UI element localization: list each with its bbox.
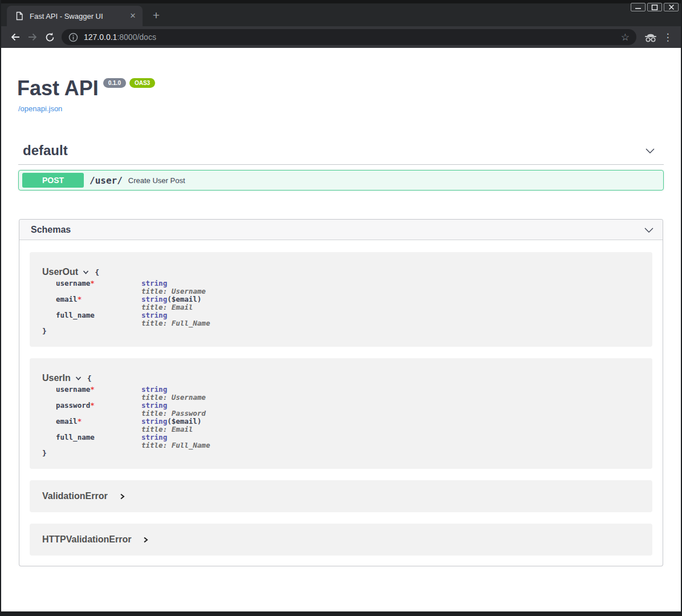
minimize-button[interactable] [631, 3, 646, 11]
chevron-down-icon [75, 375, 82, 382]
required-asterisk: * [90, 385, 95, 394]
new-tab-button[interactable]: + [148, 8, 164, 24]
operation-summary: Create User Post [128, 176, 185, 185]
window-top-edge [1, 0, 681, 3]
operation-path: /user/ [90, 175, 123, 186]
reload-icon [44, 32, 55, 43]
browser-toolbar: 127.0.0.1:8000/docs ☆ ⋮ [1, 26, 681, 48]
model-validationerror-toggle[interactable]: ValidationError [42, 491, 640, 501]
model-properties: username* string title: Username email* … [56, 279, 640, 327]
chevron-down-icon [644, 145, 656, 156]
oas3-badge: OAS3 [129, 78, 155, 88]
window-controls [631, 3, 679, 11]
browser-menu-icon[interactable]: ⋮ [660, 31, 675, 43]
url-text[interactable]: 127.0.0.1:8000/docs [84, 33, 621, 42]
model-httpvalidationerror-toggle[interactable]: HTTPValidationError [42, 534, 640, 545]
property-title: title: Email [141, 303, 201, 311]
property-row: email* string($email) title: Email [56, 295, 640, 311]
property-title: title: Full_Name [141, 319, 210, 327]
api-info: Fast API0.1.0OAS3 /openapi.json [1, 48, 681, 113]
schemas-body: UserOut { username* string title: Userna… [19, 240, 663, 556]
property-name: email [56, 417, 78, 425]
window-bottom-edge [1, 611, 681, 616]
required-asterisk: * [90, 279, 95, 287]
property-row: email* string($email) title: Email [56, 418, 640, 433]
model-userout: UserOut { username* string title: Userna… [30, 252, 652, 347]
close-brace: } [42, 449, 640, 457]
required-asterisk: * [90, 401, 95, 410]
property-name: email [56, 295, 78, 303]
url-host: 127.0.0.1 [84, 33, 117, 42]
model-httpvalidationerror: HTTPValidationError [30, 524, 652, 556]
method-post-button[interactable]: POST [22, 173, 84, 188]
model-name: HTTPValidationError [42, 534, 131, 545]
property-type-format: ($email) [167, 295, 201, 303]
required-asterisk: * [78, 295, 82, 303]
open-brace: { [87, 374, 92, 383]
close-window-button[interactable] [664, 3, 679, 11]
tab-strip: Fast API - Swagger UI ✕ + [1, 0, 681, 26]
model-name: UserIn [42, 373, 71, 383]
property-type: string [141, 401, 167, 410]
property-name: full_name [56, 433, 95, 441]
maximize-button[interactable] [647, 3, 662, 11]
address-bar[interactable]: 127.0.0.1:8000/docs ☆ [62, 29, 636, 45]
api-title: Fast API [17, 76, 99, 100]
property-type: string [141, 279, 167, 287]
reload-button[interactable] [41, 29, 58, 46]
chevron-right-icon [119, 493, 125, 500]
browser-tab[interactable]: Fast API - Swagger UI ✕ [7, 6, 143, 26]
property-type-format: ($email) [167, 417, 201, 425]
property-name: password [56, 401, 90, 410]
opblock-post-user[interactable]: POST /user/ Create User Post [18, 170, 664, 191]
browser-window: Fast API - Swagger UI ✕ + [0, 0, 682, 616]
property-name: username [56, 279, 90, 287]
minimize-icon [635, 5, 642, 10]
property-title: title: Full_Name [141, 441, 210, 449]
open-brace: { [95, 268, 99, 277]
property-type: string [141, 417, 167, 425]
forward-button[interactable] [24, 29, 41, 46]
bookmark-star-icon[interactable]: ☆ [621, 31, 630, 43]
model-validationerror: ValidationError [30, 480, 652, 512]
property-title: title: Email [141, 425, 201, 433]
chevron-right-icon [143, 536, 149, 544]
property-type: string [141, 295, 167, 303]
property-name: full_name [56, 311, 95, 319]
model-userin-toggle[interactable]: UserIn { [42, 373, 640, 383]
property-name: username [56, 385, 90, 394]
version-badge: 0.1.0 [103, 78, 126, 88]
property-row: username* string title: Username [56, 386, 640, 402]
property-row: password* string title: Password [56, 402, 640, 418]
back-icon [10, 31, 21, 43]
tab-close-icon[interactable]: ✕ [128, 11, 138, 21]
required-asterisk: * [78, 417, 82, 425]
model-userout-toggle[interactable]: UserOut { [42, 267, 640, 277]
incognito-icon [641, 32, 660, 42]
model-name: ValidationError [42, 491, 108, 501]
page-favicon-document-icon [15, 11, 24, 21]
property-type: string [141, 311, 167, 319]
swagger-page: Fast API0.1.0OAS3 /openapi.json default … [1, 48, 681, 611]
schemas-header[interactable]: Schemas [19, 220, 663, 240]
tag-section-default: default POST /user/ Create User Post [18, 143, 664, 191]
model-userin: UserIn { username* string title: Usernam… [30, 358, 652, 469]
tag-header[interactable]: default [18, 143, 664, 165]
site-info-icon[interactable] [68, 33, 78, 42]
schemas-title: Schemas [31, 225, 71, 235]
model-properties: username* string title: Username passwor… [56, 386, 640, 449]
close-brace: } [42, 327, 640, 335]
property-title: title: Password [141, 410, 206, 418]
back-button[interactable] [7, 29, 24, 46]
openapi-spec-link[interactable]: /openapi.json [18, 104, 664, 113]
schemas-section: Schemas UserOut { [19, 219, 663, 566]
property-row: full_name string title: Full_Name [56, 311, 640, 327]
property-row: username* string title: Username [56, 279, 640, 295]
tag-title: default [23, 143, 68, 159]
tab-title: Fast API - Swagger UI [30, 12, 128, 21]
chevron-down-icon [643, 225, 655, 235]
property-type: string [141, 433, 167, 441]
property-type: string [141, 385, 167, 394]
url-path: :8000/docs [117, 33, 156, 42]
model-name: UserOut [42, 267, 78, 277]
